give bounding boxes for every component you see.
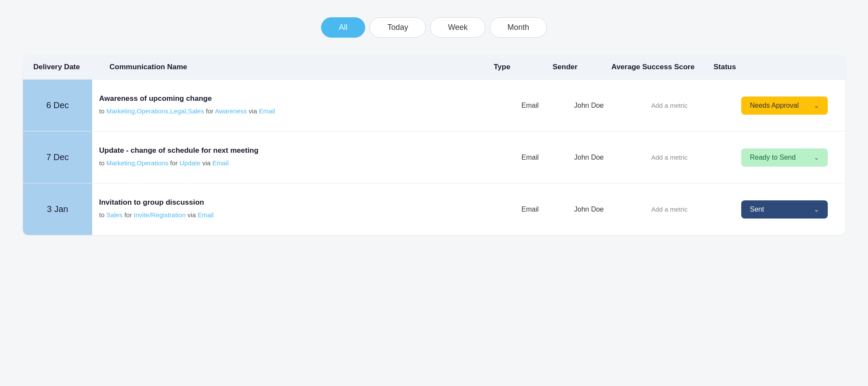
- col-type: Type: [494, 63, 546, 71]
- date-cell-2: 7 Dec: [23, 132, 92, 183]
- comm-recipients-3[interactable]: Sales: [106, 211, 123, 219]
- col-sender: Sender: [553, 63, 604, 71]
- desc-prefix-3: to: [99, 211, 106, 219]
- comm-cell-3: Invitation to group discussion to Sales …: [99, 190, 497, 229]
- chevron-icon-2: ⌄: [814, 154, 819, 161]
- desc-prefix-1: to: [99, 107, 106, 115]
- metric-cell-3[interactable]: Add a metric: [622, 206, 717, 213]
- desc-suffix-2: via: [203, 159, 212, 167]
- comm-name-2: Update - change of schedule for next mee…: [99, 146, 493, 155]
- filter-week-button[interactable]: Week: [430, 17, 485, 38]
- col-delivery-date: Delivery Date: [33, 63, 103, 71]
- status-badge-1[interactable]: Needs Approval ⌄: [741, 96, 828, 115]
- comm-name-1: Awareness of upcoming change: [99, 94, 493, 103]
- desc-prefix-2: to: [99, 159, 106, 167]
- desc-mid-1: for: [206, 107, 215, 115]
- comm-channel-link-1[interactable]: Email: [259, 107, 275, 115]
- chevron-icon-1: ⌄: [814, 102, 819, 109]
- col-status: Status: [714, 63, 835, 71]
- comm-desc-1: to Marketing,Operations,Legal,Sales for …: [99, 106, 493, 116]
- type-cell-2: Email: [504, 154, 556, 161]
- filter-bar: All Today Week Month: [321, 17, 547, 38]
- col-avg-success-score: Average Success Score: [611, 63, 707, 71]
- status-badge-2[interactable]: Ready to Send ⌄: [741, 148, 828, 167]
- desc-suffix-1: via: [249, 107, 259, 115]
- desc-mid-2: for: [170, 159, 180, 167]
- comm-desc-2: to Marketing,Operations for Update via E…: [99, 158, 493, 168]
- comm-type-link-2[interactable]: Update: [180, 159, 200, 167]
- comm-channel-link-2[interactable]: Email: [212, 159, 229, 167]
- status-label-2: Ready to Send: [750, 154, 796, 161]
- filter-today-button[interactable]: Today: [370, 17, 426, 38]
- comm-cell-2: Update - change of schedule for next mee…: [99, 138, 497, 177]
- table-row: 7 Dec Update - change of schedule for ne…: [23, 131, 845, 183]
- metric-cell-1[interactable]: Add a metric: [622, 102, 717, 109]
- comm-type-link-1[interactable]: Awareness: [215, 107, 247, 115]
- status-cell-3: Sent ⌄: [724, 196, 845, 223]
- sender-cell-3: John Doe: [563, 206, 615, 213]
- comm-name-3: Invitation to group discussion: [99, 198, 493, 207]
- type-cell-3: Email: [504, 206, 556, 213]
- status-badge-3[interactable]: Sent ⌄: [741, 200, 828, 219]
- metric-cell-2[interactable]: Add a metric: [622, 154, 717, 161]
- table-row: 3 Jan Invitation to group discussion to …: [23, 183, 845, 235]
- status-cell-2: Ready to Send ⌄: [724, 144, 845, 171]
- table-row: 6 Dec Awareness of upcoming change to Ma…: [23, 79, 845, 131]
- sender-cell-1: John Doe: [563, 102, 615, 109]
- chevron-icon-3: ⌄: [814, 206, 819, 213]
- comm-recipients-1[interactable]: Marketing,Operations,Legal,Sales: [106, 107, 204, 115]
- comm-channel-link-3[interactable]: Email: [198, 211, 214, 219]
- comm-recipients-2[interactable]: Marketing,Operations: [106, 159, 168, 167]
- communications-table: Delivery Date Communication Name Type Se…: [23, 55, 845, 235]
- status-label-1: Needs Approval: [750, 102, 799, 109]
- filter-all-button[interactable]: All: [321, 17, 365, 38]
- status-cell-1: Needs Approval ⌄: [724, 92, 845, 119]
- comm-type-link-3[interactable]: Invite/Registration: [134, 211, 186, 219]
- col-communication-name: Communication Name: [109, 63, 487, 71]
- filter-month-button[interactable]: Month: [490, 17, 547, 38]
- desc-suffix-3: via: [187, 211, 197, 219]
- desc-mid-3: for: [124, 211, 134, 219]
- date-cell-3: 3 Jan: [23, 183, 92, 235]
- table-header: Delivery Date Communication Name Type Se…: [23, 55, 845, 79]
- sender-cell-2: John Doe: [563, 154, 615, 161]
- type-cell-1: Email: [504, 102, 556, 109]
- status-label-3: Sent: [750, 206, 764, 213]
- comm-desc-3: to Sales for Invite/Registration via Ema…: [99, 210, 493, 220]
- comm-cell-1: Awareness of upcoming change to Marketin…: [99, 86, 497, 125]
- date-cell-1: 6 Dec: [23, 80, 92, 131]
